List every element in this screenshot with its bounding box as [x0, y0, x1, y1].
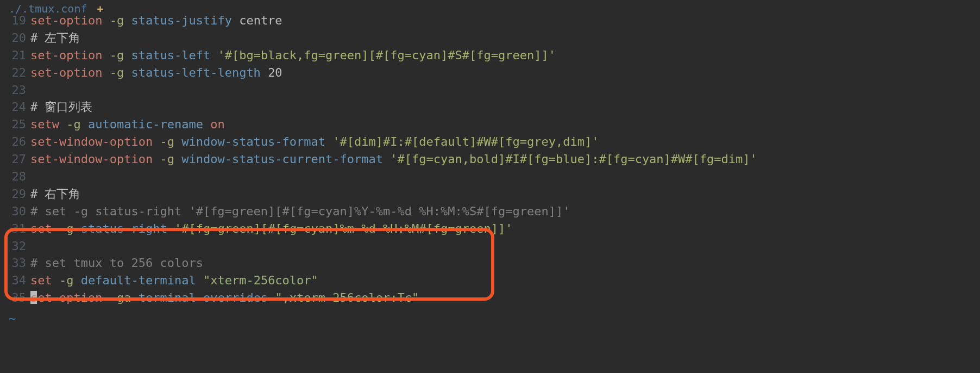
code-token	[196, 273, 203, 287]
code-token	[153, 135, 160, 148]
code-token	[74, 222, 81, 235]
code-token: '#[dim]#I:#[default]#W#[fg=grey,dim]'	[332, 135, 599, 148]
code-token	[102, 14, 109, 27]
line-number: 35	[0, 289, 30, 307]
line-number: 21	[0, 47, 30, 64]
code-token	[174, 135, 181, 148]
code-token: window-status-format	[181, 135, 325, 148]
code-line[interactable]: 20# 左下角	[0, 29, 757, 47]
line-number: 23	[0, 82, 30, 99]
code-line[interactable]: 35set-option -ga terminal-overrides ",xt…	[0, 289, 757, 307]
code-token: set	[30, 273, 52, 287]
code-token: # set -g status-right '#[fg=green][#[fg=…	[30, 204, 570, 218]
code-token	[174, 152, 181, 166]
code-token	[74, 273, 81, 287]
code-token	[102, 48, 109, 62]
code-token: default-terminal	[81, 273, 196, 287]
code-line[interactable]: 27set-window-option -g window-status-cur…	[0, 151, 757, 168]
code-token	[102, 66, 109, 79]
code-line[interactable]: 23	[0, 82, 757, 99]
line-number: 30	[0, 203, 30, 220]
line-number: 20	[0, 29, 30, 47]
code-token: -ga	[110, 291, 131, 304]
code-token: set-option	[30, 291, 102, 304]
code-token: status-right	[81, 222, 167, 235]
code-token: setw	[30, 117, 59, 131]
code-token	[210, 48, 217, 62]
line-number: 28	[0, 168, 30, 185]
line-number: 25	[0, 116, 30, 133]
code-token	[81, 117, 88, 131]
line-number: 22	[0, 64, 30, 82]
line-number: 34	[0, 272, 30, 289]
code-token: set-window-option	[30, 152, 153, 166]
code-line[interactable]: 31set -g status-right '#[fg=green][#[fg=…	[0, 220, 757, 238]
code-token: # 窗口列表	[30, 100, 93, 114]
code-token: '#[bg=black,fg=green][#[fg=cyan]#S#[fg=g…	[217, 48, 556, 62]
line-number: 31	[0, 220, 30, 238]
code-token: window-status-current-format	[181, 152, 383, 166]
code-line[interactable]: 28	[0, 168, 757, 185]
empty-line-tilde: ~	[9, 310, 16, 327]
code-token: # set tmux to 256 colors	[30, 256, 203, 270]
code-line[interactable]: 24# 窗口列表	[0, 98, 757, 116]
code-token	[153, 152, 160, 166]
line-number: 24	[0, 98, 30, 116]
code-token	[383, 152, 390, 166]
code-line[interactable]: 22set-option -g status-left-length 20	[0, 64, 757, 82]
code-token: status-left	[131, 48, 210, 62]
code-token: -g	[160, 152, 174, 166]
code-token: -g	[59, 273, 74, 287]
code-line[interactable]: 30# set -g status-right '#[fg=green][#[f…	[0, 203, 757, 220]
code-token: # 右下角	[30, 187, 81, 201]
code-token	[167, 222, 174, 235]
line-number: 29	[0, 185, 30, 203]
code-line[interactable]: 34set -g default-terminal "xterm-256colo…	[0, 272, 757, 289]
code-token: -g	[110, 48, 124, 62]
code-token	[52, 273, 59, 287]
code-token: 20	[268, 66, 282, 79]
code-line[interactable]: 21set-option -g status-left '#[bg=black,…	[0, 47, 757, 64]
code-editor[interactable]: 19set-option -g status-justify centre20#…	[0, 12, 757, 307]
line-number: 32	[0, 238, 30, 255]
code-line[interactable]: 26set-window-option -g window-status-for…	[0, 133, 757, 151]
code-token: centre	[239, 14, 282, 27]
code-line[interactable]: 29# 右下角	[0, 185, 757, 203]
code-token: "xterm-256color"	[203, 273, 318, 287]
code-token: set-window-option	[30, 135, 153, 148]
code-token: set-option	[30, 48, 102, 62]
code-line[interactable]: 33# set tmux to 256 colors	[0, 254, 757, 272]
code-token: set-option	[30, 66, 102, 79]
code-token	[52, 222, 59, 235]
code-token: terminal-overrides	[139, 291, 268, 304]
code-token: -g	[59, 222, 74, 235]
code-token	[124, 66, 131, 79]
code-token	[102, 291, 109, 304]
code-token: -g	[160, 135, 174, 148]
code-token	[325, 135, 332, 148]
code-token: -g	[110, 14, 124, 27]
code-token: status-justify	[131, 14, 231, 27]
code-token	[124, 14, 131, 27]
code-token	[124, 48, 131, 62]
line-number: 19	[0, 12, 30, 29]
code-line[interactable]: 25setw -g automatic-rename on	[0, 116, 757, 133]
line-number: 27	[0, 151, 30, 168]
line-number: 26	[0, 133, 30, 151]
code-token: on	[210, 117, 225, 131]
line-number: 33	[0, 254, 30, 272]
code-line[interactable]: 19set-option -g status-justify centre	[0, 12, 757, 29]
code-token: set	[30, 222, 52, 235]
code-token	[59, 117, 66, 131]
code-token	[232, 14, 239, 27]
code-token: ",xterm-256color:Tc"	[275, 291, 419, 304]
code-token: automatic-rename	[88, 117, 203, 131]
code-token: -g	[66, 117, 81, 131]
code-token: set-option	[30, 14, 102, 27]
code-token	[203, 117, 210, 131]
code-token: '#[fg=cyan,bold]#I#[fg=blue]:#[fg=cyan]#…	[390, 152, 757, 166]
code-token	[268, 291, 275, 304]
code-token: '#[fg=green][#[fg=cyan]%m-%d %H:%M#[fg=g…	[174, 222, 513, 235]
code-line[interactable]: 32	[0, 238, 757, 255]
code-token: # 左下角	[30, 31, 81, 45]
